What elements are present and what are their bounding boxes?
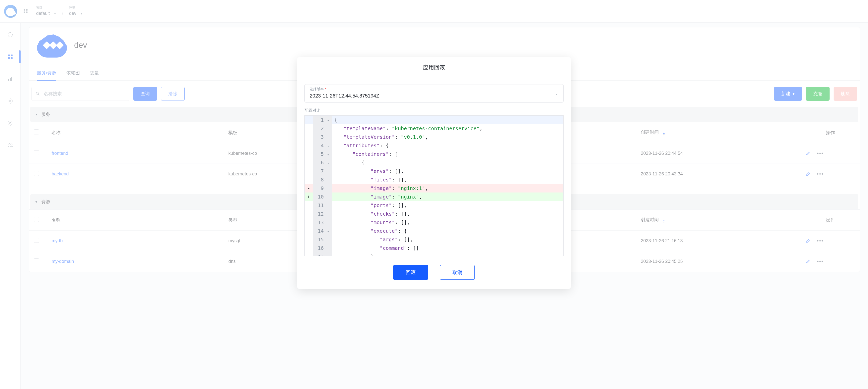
diff-code-line: "containers": [ [332,150,563,158]
diff-lineno: 1 [313,116,324,124]
diff-sign [305,201,313,210]
modal-overlay[interactable]: 应用回滚 选择版本* 2023-11-26T12:44:54.875194Z ⌄… [0,0,868,389]
diff-sign [305,150,313,158]
diff-sign [305,116,313,124]
fold-gutter[interactable]: ▾ [327,227,332,235]
diff-code-line: "envs": [], [332,167,563,175]
rollback-button[interactable]: 回滚 [393,265,428,280]
diff-code-line: }, [332,252,563,256]
diff-code-line: { [332,116,563,124]
diff-editor[interactable]: -+ 1234567891011121314151617 ▾▾▾▾▾ { "te… [304,115,564,256]
diff-code-line: "files": [], [332,175,563,184]
fold-gutter [327,184,332,192]
fold-gutter [327,175,332,184]
diff-label: 配置对比 [304,108,564,113]
diff-code-line: "args": [], [332,235,563,244]
diff-sign [305,235,313,244]
fold-gutter [327,218,332,227]
diff-sign [305,167,313,175]
diff-lineno: 13 [313,218,324,227]
fold-gutter [327,244,332,252]
fold-gutter[interactable]: ▾ [327,141,332,150]
diff-code-line: "execute": { [332,227,563,235]
diff-lineno: 8 [313,175,324,184]
fold-gutter [327,133,332,141]
fold-gutter[interactable]: ▾ [327,150,332,158]
diff-code-line: "checks": [], [332,210,563,218]
diff-code-line: "templateName": "kubernetes-containerser… [332,124,563,133]
diff-sign [305,210,313,218]
diff-sign [305,227,313,235]
modal-title: 应用回滚 [298,57,570,77]
fold-gutter [327,235,332,244]
diff-sign [305,124,313,133]
diff-sign [305,175,313,184]
diff-sign [305,133,313,141]
modal-body: 选择版本* 2023-11-26T12:44:54.875194Z ⌄ 配置对比… [298,77,570,258]
diff-sign [305,141,313,150]
diff-lineno: 12 [313,210,324,218]
cancel-button[interactable]: 取消 [440,265,475,280]
diff-lineno: 5 [313,150,324,158]
diff-code-line: { [332,158,563,167]
diff-lineno: 2 [313,124,324,133]
fold-gutter[interactable]: ▾ [327,116,332,124]
version-select[interactable]: 选择版本* 2023-11-26T12:44:54.875194Z ⌄ [304,84,564,102]
diff-sign [305,252,313,256]
diff-code-line: "ports": [], [332,201,563,210]
diff-sign: - [305,184,313,192]
version-label: 选择版本 [310,87,324,91]
fold-gutter [327,167,332,175]
diff-sign [305,218,313,227]
fold-gutter[interactable]: ▾ [327,158,332,167]
diff-lineno: 15 [313,235,324,244]
fold-gutter [327,192,332,201]
diff-code-line: "attributes": { [332,141,563,150]
diff-lineno: 14 [313,227,324,235]
diff-code-line: "image": "nginx", [332,192,563,201]
fold-gutter [327,210,332,218]
modal-footer: 回滚 取消 [298,258,570,289]
diff-lineno: 4 [313,141,324,150]
diff-code-line: "image": "nginx:1", [332,184,563,192]
chevron-down-icon: ⌄ [555,91,558,95]
version-value: 2023-11-26T12:44:54.875194Z [310,93,558,99]
diff-lineno: 10 [313,192,324,201]
diff-lineno: 9 [313,184,324,192]
diff-code-line: "mounts": [], [332,218,563,227]
diff-lineno: 17 [313,252,324,256]
diff-lineno: 6 [313,158,324,167]
diff-sign: + [305,192,313,201]
required-mark: * [325,87,326,91]
diff-lineno: 3 [313,133,324,141]
diff-lineno: 16 [313,244,324,252]
diff-lineno: 11 [313,201,324,210]
diff-sign [305,158,313,167]
diff-lineno: 7 [313,167,324,175]
fold-gutter [327,201,332,210]
diff-code-line: "templateVersion": "v0.1.0", [332,133,563,141]
rollback-modal: 应用回滚 选择版本* 2023-11-26T12:44:54.875194Z ⌄… [298,57,570,289]
diff-sign [305,244,313,252]
fold-gutter [327,124,332,133]
diff-code-line: "command": [] [332,244,563,252]
fold-gutter [327,252,332,256]
